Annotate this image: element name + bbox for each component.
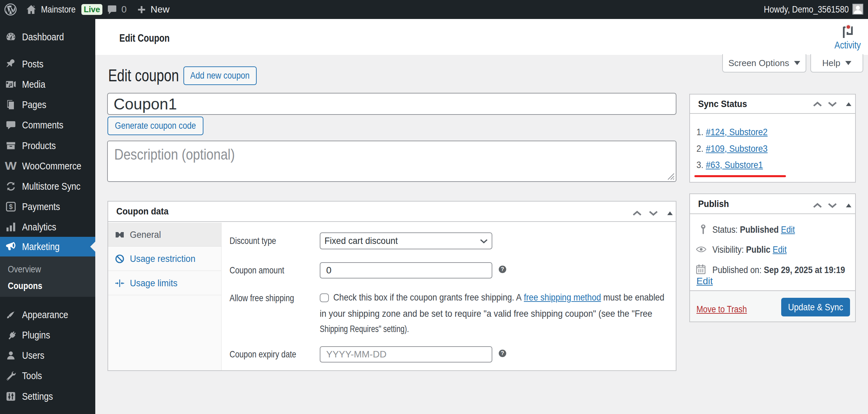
svg-text:$: $ bbox=[9, 203, 13, 210]
